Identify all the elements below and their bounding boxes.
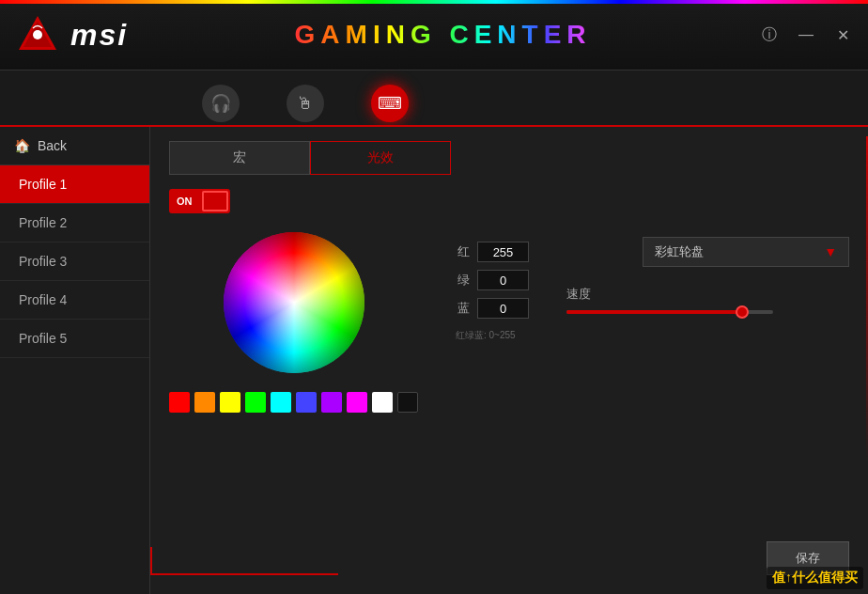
tab-keyboard[interactable]: ⌨	[357, 80, 423, 127]
sidebar: 🏠 Back Profile 1 Profile 2 Profile 3 Pro…	[0, 127, 150, 594]
info-button[interactable]: ⓘ	[758, 23, 781, 46]
title-area: GAMING CENTER	[128, 20, 758, 50]
swatch-yellow[interactable]	[220, 392, 240, 413]
rainbow-bar	[0, 0, 868, 4]
content-area: 宏 光效 ON	[150, 127, 868, 594]
svg-point-2	[33, 30, 42, 39]
speed-row: 速度	[566, 286, 849, 314]
red-input[interactable]	[477, 242, 529, 262]
msi-text: msi	[70, 18, 128, 53]
close-button[interactable]: ✕	[831, 23, 854, 46]
watermark: 值↑什么值得买	[767, 567, 863, 589]
speed-label: 速度	[566, 286, 849, 303]
color-wheel-container	[169, 232, 418, 413]
swatch-cyan[interactable]	[271, 392, 291, 413]
swatch-black[interactable]	[397, 392, 418, 413]
speed-fill	[566, 310, 742, 314]
speed-thumb[interactable]	[736, 305, 749, 319]
sidebar-item-profile2[interactable]: Profile 2	[0, 204, 149, 242]
back-label: Back	[38, 138, 67, 153]
toggle-handle	[202, 191, 228, 211]
blue-label: 蓝	[456, 300, 470, 317]
toggle-row: ON	[169, 189, 849, 213]
rgb-row-blue: 蓝	[456, 298, 529, 319]
tab-macro[interactable]: 宏	[169, 141, 310, 175]
nav-tabs: 🎧 🖱 ⌨	[0, 70, 868, 127]
sidebar-item-profile3[interactable]: Profile 3	[0, 242, 149, 281]
right-controls: 彩虹轮盘 ▼ 速度	[566, 232, 849, 314]
swatch-red[interactable]	[169, 392, 190, 413]
red-label: 红	[456, 243, 470, 260]
sidebar-item-profile4[interactable]: Profile 4	[0, 281, 149, 320]
main-layout: 🏠 Back Profile 1 Profile 2 Profile 3 Pro…	[0, 127, 868, 594]
dropdown-value: 彩虹轮盘	[655, 243, 704, 260]
minimize-button[interactable]: —	[795, 23, 817, 46]
speed-track[interactable]	[566, 310, 773, 314]
swatch-orange[interactable]	[194, 392, 215, 413]
toggle-label: ON	[169, 195, 193, 207]
color-section: 红 绿 蓝 红绿蓝: 0~255 彩虹轮盘 ▼	[169, 232, 849, 413]
back-icon: 🏠	[14, 138, 30, 153]
blue-input[interactable]	[477, 298, 529, 319]
swatch-purple[interactable]	[321, 392, 342, 413]
dropdown-arrow-icon: ▼	[824, 244, 837, 259]
green-input[interactable]	[477, 270, 529, 290]
speed-slider-container	[566, 310, 773, 314]
tab-headset[interactable]: 🎧	[188, 80, 254, 127]
msi-logo-icon	[14, 14, 61, 56]
tab-mouse[interactable]: 🖱	[272, 80, 338, 127]
headset-icon: 🎧	[202, 85, 240, 122]
swatch-green[interactable]	[245, 392, 266, 413]
color-swatches	[169, 392, 418, 413]
header: msi GAMING CENTER ⓘ — ✕	[0, 0, 868, 70]
swatch-white[interactable]	[372, 392, 393, 413]
swatch-pink[interactable]	[347, 392, 367, 413]
rgb-inputs: 红 绿 蓝 红绿蓝: 0~255	[456, 242, 529, 342]
mouse-icon: 🖱	[287, 85, 324, 122]
color-wheel[interactable]	[224, 232, 364, 373]
power-toggle[interactable]: ON	[169, 189, 230, 213]
app-title: GAMING CENTER	[295, 20, 592, 50]
logo-area: msi	[0, 14, 128, 56]
rgb-row-green: 绿	[456, 270, 529, 290]
keyboard-icon: ⌨	[371, 85, 409, 122]
sidebar-item-profile1[interactable]: Profile 1	[0, 165, 149, 204]
deco-bottom-line	[150, 573, 338, 575]
rgb-row-red: 红	[456, 242, 529, 262]
deco-vertical-line	[150, 547, 152, 575]
header-controls: ⓘ — ✕	[758, 23, 868, 46]
back-button[interactable]: 🏠 Back	[0, 127, 149, 165]
swatch-blue[interactable]	[296, 392, 317, 413]
green-label: 绿	[456, 272, 470, 289]
sidebar-item-profile5[interactable]: Profile 5	[0, 320, 149, 358]
tab-lighting[interactable]: 光效	[310, 141, 451, 175]
rgb-hint: 红绿蓝: 0~255	[456, 329, 529, 342]
content-tabs: 宏 光效	[169, 141, 451, 175]
effect-dropdown[interactable]: 彩虹轮盘 ▼	[643, 237, 849, 267]
